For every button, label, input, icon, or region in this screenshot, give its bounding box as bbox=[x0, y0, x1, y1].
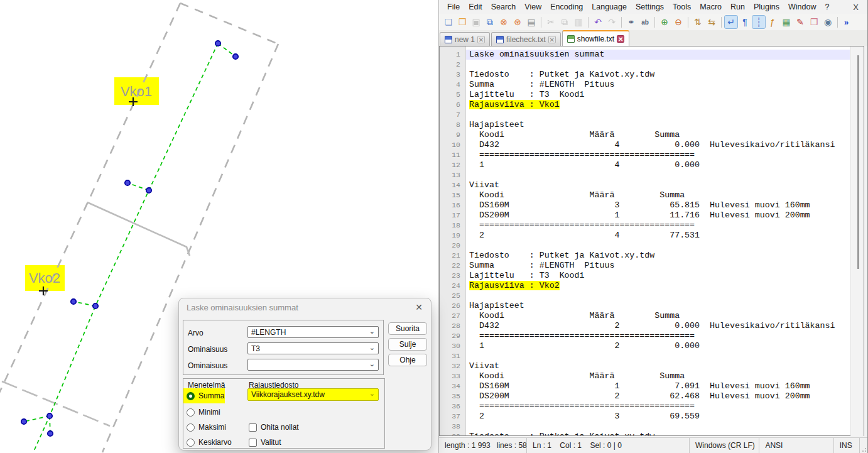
menu-item-language[interactable]: Language bbox=[587, 1, 631, 13]
menu-item-settings[interactable]: Settings bbox=[631, 1, 668, 13]
menu-item-file[interactable]: File bbox=[443, 1, 464, 13]
zoom-in-icon[interactable]: ⊕ bbox=[658, 16, 671, 28]
editor-line[interactable]: 24Rajausviiva : Vko2 bbox=[440, 281, 850, 291]
suorita-button[interactable]: Suorita bbox=[388, 322, 427, 335]
resize-grip[interactable] bbox=[860, 445, 867, 453]
editor-line[interactable]: 2 bbox=[440, 60, 850, 70]
editor-line[interactable]: 26Hajapisteet bbox=[440, 301, 850, 311]
editor-line[interactable]: 4Summa : #LENGTH Pituus bbox=[440, 80, 850, 90]
editor-line[interactable]: 5Lajittelu : T3 Koodi bbox=[440, 90, 850, 100]
editor-line[interactable]: 37 2 3 69.559 bbox=[440, 412, 850, 422]
tab-close-icon[interactable]: ✕ bbox=[548, 36, 556, 43]
editor-line[interactable]: 28 D432 2 0.000 Hulevesikaivo/ritiläkans… bbox=[440, 321, 850, 331]
editor-line[interactable]: 11 =====================================… bbox=[440, 150, 850, 160]
menu-item-edit[interactable]: Edit bbox=[464, 1, 487, 13]
checkbox-ohita-nollat[interactable]: Ohita nollat bbox=[249, 422, 299, 432]
ohje-button[interactable]: Ohje bbox=[388, 354, 427, 366]
vertical-scrollbar[interactable] bbox=[850, 46, 864, 436]
ominaisuus2-combobox[interactable]: ⌄ bbox=[247, 359, 379, 371]
undo-icon[interactable]: ↶ bbox=[592, 16, 604, 28]
editor-line[interactable]: 13 bbox=[440, 170, 850, 180]
new-file-icon[interactable]: ❏ bbox=[442, 16, 455, 28]
editor-line[interactable]: 3Tiedosto : Putket ja Kaivot.xy.tdw bbox=[440, 70, 850, 80]
folder-workspace-icon[interactable]: ❒ bbox=[808, 16, 820, 28]
editor-line[interactable]: 31 bbox=[440, 351, 850, 361]
ominaisuus1-combobox[interactable]: T3⌄ bbox=[247, 342, 379, 354]
indent-guide-icon[interactable]: ┆ bbox=[752, 16, 765, 28]
editor-line[interactable]: 36 =====================================… bbox=[440, 401, 850, 412]
editor-line[interactable]: 12 1 4 0.000 bbox=[440, 160, 850, 170]
editor-line[interactable]: 29 =====================================… bbox=[440, 331, 850, 341]
scrollbar-thumb[interactable] bbox=[857, 55, 859, 269]
checkbox-valitut[interactable]: Valitut bbox=[249, 437, 281, 447]
editor-line[interactable]: 17 DS200M 1 11.716 Hulevesi muovi 200mm bbox=[440, 210, 850, 221]
dialog-close-icon[interactable]: ✕ bbox=[415, 302, 423, 312]
editor-line[interactable]: 8Hajapisteet bbox=[440, 120, 850, 130]
print-icon[interactable]: ▤ bbox=[525, 16, 538, 28]
sulje-button[interactable]: Sulje bbox=[388, 338, 427, 351]
editor-line[interactable]: 20 bbox=[440, 241, 850, 251]
editor-line[interactable]: 1Laske ominaisuuksien summat bbox=[440, 50, 850, 60]
editor-line[interactable]: 39Tiedosto : Putket ja Kaivot.xy.tdw bbox=[440, 432, 850, 436]
tab-showfile-txt[interactable]: showfile.txt✕ bbox=[562, 30, 629, 46]
menu-item-search[interactable]: Search bbox=[487, 1, 521, 13]
find-icon[interactable]: ⚭ bbox=[625, 16, 637, 28]
radio-maksimi[interactable]: Maksimi bbox=[187, 422, 226, 432]
editor-line[interactable]: 22Summa : #LENGTH Pituus bbox=[440, 261, 850, 271]
window-close-icon[interactable]: X bbox=[853, 3, 867, 12]
show-all-chars-icon[interactable]: ¶ bbox=[739, 16, 751, 28]
text-editor[interactable]: 1Laske ominaisuuksien summat23Tiedosto :… bbox=[439, 46, 864, 436]
menu-item-encoding[interactable]: Encoding bbox=[546, 1, 587, 13]
editor-line[interactable]: 10 D432 4 0.000 Hulevesikaivo/ritiläkans… bbox=[440, 140, 850, 150]
close-all-icon[interactable]: ⊛ bbox=[511, 16, 524, 28]
replace-icon[interactable]: ab bbox=[639, 16, 651, 28]
radio-summa[interactable]: Summa bbox=[187, 391, 224, 401]
menu-item-run[interactable]: Run bbox=[726, 1, 749, 13]
cut-icon[interactable]: ✂ bbox=[545, 16, 557, 28]
editor-line[interactable]: 6Rajausviiva : Vko1 bbox=[440, 100, 850, 110]
radio-keskiarvo[interactable]: Keskiarvo bbox=[187, 437, 232, 447]
editor-line[interactable]: 35 DS200M 2 62.468 Hulevesi muovi 200mm bbox=[440, 391, 850, 401]
toolbar-overflow-chevron[interactable]: » bbox=[844, 18, 849, 27]
menu-item-window[interactable]: Window bbox=[784, 1, 820, 13]
function-list-icon[interactable]: ƒ bbox=[766, 16, 779, 28]
zoom-out-icon[interactable]: ⊖ bbox=[672, 16, 685, 28]
document-map-icon[interactable]: ▦ bbox=[780, 16, 793, 28]
tab-close-icon[interactable]: ✕ bbox=[617, 35, 624, 43]
radio-minimi[interactable]: Minimi bbox=[187, 407, 220, 417]
tab-close-icon[interactable]: ✕ bbox=[477, 36, 485, 43]
copy-icon[interactable]: ⧉ bbox=[558, 16, 571, 28]
editor-line[interactable]: 34 DS160M 1 7.091 Hulevesi muovi 160mm bbox=[440, 381, 850, 391]
editor-line[interactable]: 25 bbox=[440, 291, 850, 301]
redo-icon[interactable]: ↷ bbox=[605, 16, 618, 28]
editor-line[interactable]: 7 bbox=[440, 110, 850, 120]
sync-horizontal-icon[interactable]: ⇆ bbox=[705, 16, 718, 28]
editor-line[interactable]: 33 Koodi Määrä Summa bbox=[440, 371, 850, 381]
document-switcher-icon[interactable]: ✎ bbox=[794, 16, 806, 28]
arvo-combobox[interactable]: #LENGTH⌄ bbox=[247, 326, 379, 338]
editor-line[interactable]: 32Viivat bbox=[440, 361, 850, 371]
editor-line[interactable]: 14Viivat bbox=[440, 180, 850, 190]
tab-filecheck-txt[interactable]: filecheck.txt✕ bbox=[491, 32, 561, 46]
tab-new-1[interactable]: new 1✕ bbox=[440, 32, 490, 46]
menu-item-macro[interactable]: Macro bbox=[695, 1, 726, 13]
editor-line[interactable]: 23Lajittelu : T3 Koodi bbox=[440, 271, 850, 281]
editor-line[interactable]: 9 Koodi Määrä Summa bbox=[440, 130, 850, 140]
editor-line[interactable]: 21Tiedosto : Putket ja Kaivot.xy.tdw bbox=[440, 251, 850, 261]
editor-line[interactable]: 30 1 2 0.000 bbox=[440, 341, 850, 351]
menu-item-plugins[interactable]: Plugins bbox=[749, 1, 784, 13]
editor-line[interactable]: 27 Koodi Määrä Summa bbox=[440, 311, 850, 321]
open-file-icon[interactable]: ❒ bbox=[456, 16, 469, 28]
editor-line[interactable]: 16 DS160M 3 65.815 Hulevesi muovi 160mm bbox=[440, 200, 850, 210]
save-icon[interactable]: ▣ bbox=[470, 16, 482, 28]
menu-item-view[interactable]: View bbox=[520, 1, 546, 13]
sync-vertical-icon[interactable]: ⇅ bbox=[692, 16, 704, 28]
editor-line[interactable]: 19 2 4 77.531 bbox=[440, 231, 850, 241]
menu-item-[interactable]: ? bbox=[820, 1, 833, 13]
save-all-icon[interactable]: ⧉ bbox=[484, 16, 496, 28]
editor-line[interactable]: 18 =====================================… bbox=[440, 221, 850, 231]
menu-item-tools[interactable]: Tools bbox=[668, 1, 695, 13]
paste-icon[interactable]: ▥ bbox=[572, 16, 585, 28]
editor-line[interactable]: 15 Koodi Määrä Summa bbox=[440, 190, 850, 200]
word-wrap-icon[interactable]: ↵ bbox=[725, 16, 737, 28]
